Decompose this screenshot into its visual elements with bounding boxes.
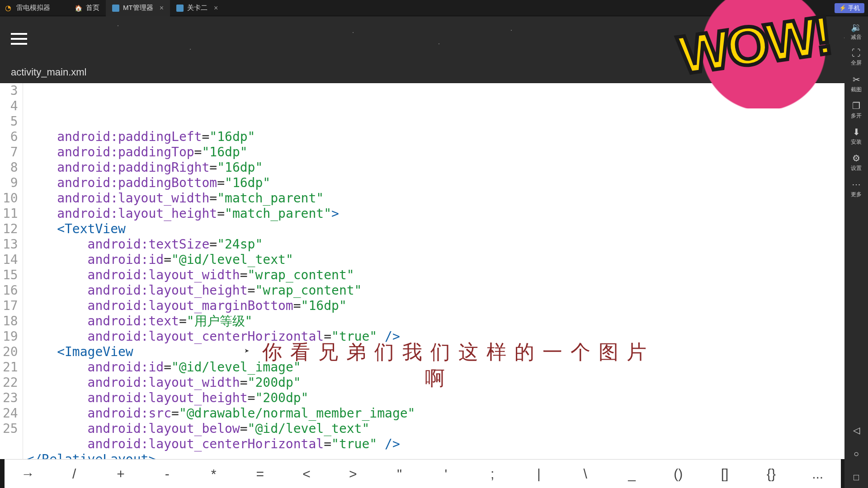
- tab-bar: ◔ 雷电模拟器 🏠首页MT管理器×关卡二× ⚡ 手机: [0, 0, 868, 16]
- code-line-15[interactable]: android:text="用户等级": [27, 314, 868, 329]
- code-line-23[interactable]: android:layout_centerHorizontal="true" /…: [27, 436, 868, 452]
- tab-close-icon[interactable]: ×: [214, 4, 218, 12]
- symbol-key-13[interactable]: _: [609, 460, 655, 488]
- rail-item-2[interactable]: ✂截图: [844, 71, 868, 96]
- rail-icon: ⬇: [853, 127, 860, 137]
- code-line-17[interactable]: <ImageView: [27, 344, 868, 360]
- mouse-cursor: ➤: [245, 343, 250, 359]
- home-icon: 🏠: [75, 5, 82, 12]
- code-line-12[interactable]: android:layout_width="wrap_content": [27, 267, 868, 283]
- code-line-19[interactable]: android:layout_width="200dp": [27, 375, 868, 390]
- line-number: 10: [3, 191, 18, 206]
- side-rail: 🔉减音⛶全屏✂截图❐多开⬇安装⚙设置⋯更多◁○□: [844, 16, 868, 488]
- line-number: 16: [3, 283, 18, 298]
- tab-app-icon: [112, 5, 119, 12]
- line-number: 11: [3, 206, 18, 221]
- symbol-key-1[interactable]: /: [51, 460, 98, 488]
- line-number: 21: [3, 360, 18, 375]
- emulator-logo: ◔: [3, 3, 14, 14]
- code-area[interactable]: ➤ android:paddingLeft="16dp" android:pad…: [23, 83, 868, 459]
- symbol-key-4[interactable]: *: [190, 460, 237, 488]
- line-number: 13: [3, 237, 18, 252]
- symbol-key-16[interactable]: {}: [748, 460, 795, 488]
- symbol-key-10[interactable]: ;: [469, 460, 516, 488]
- phone-badge[interactable]: ⚡ 手机: [835, 3, 864, 13]
- android-nav-recent[interactable]: □: [844, 466, 868, 488]
- tab-1[interactable]: MT管理器×: [106, 0, 170, 16]
- symbol-key-17[interactable]: ...: [794, 460, 841, 488]
- rail-icon: ❐: [852, 100, 860, 111]
- symbol-key-3[interactable]: -: [144, 460, 190, 488]
- android-nav-home[interactable]: ○: [844, 443, 868, 465]
- menu-icon[interactable]: [11, 33, 27, 45]
- line-gutter: 345678910111213141516171819202122232425: [0, 83, 23, 459]
- line-number: 20: [3, 344, 18, 360]
- rail-icon: ⛶: [852, 48, 861, 58]
- code-line-11[interactable]: android:id="@id/level_text": [27, 252, 868, 267]
- symbol-key-8[interactable]: ": [376, 460, 423, 488]
- code-line-10[interactable]: android:textSize="24sp": [27, 237, 868, 252]
- code-line-3[interactable]: android:paddingLeft="16dp": [27, 129, 868, 145]
- code-line-22[interactable]: android:layout_below="@id/level_text": [27, 421, 868, 436]
- line-number: 12: [3, 221, 18, 237]
- symbol-key-6[interactable]: <: [283, 460, 330, 488]
- code-line-5[interactable]: android:paddingRight="16dp": [27, 160, 868, 175]
- filename: activity_main.xml: [11, 66, 86, 78]
- symbol-key-7[interactable]: >: [330, 460, 376, 488]
- symbol-key-12[interactable]: \: [562, 460, 609, 488]
- code-line-20[interactable]: android:layout_height="200dp": [27, 390, 868, 406]
- line-number: 24: [3, 406, 18, 421]
- code-line-14[interactable]: android:layout_marginBottom="16dp": [27, 298, 868, 314]
- symbol-key-14[interactable]: (): [655, 460, 702, 488]
- code-line-4[interactable]: android:paddingTop="16dp": [27, 145, 868, 160]
- rail-item-1[interactable]: ⛶全屏: [844, 45, 868, 70]
- code-line-18[interactable]: android:id="@id/level_image": [27, 360, 868, 375]
- code-line-13[interactable]: android:layout_height="wrap_content": [27, 283, 868, 298]
- line-number: 5: [3, 114, 18, 129]
- code-line-16[interactable]: android:layout_centerHorizontal="true" /…: [27, 329, 868, 344]
- rail-icon: ✂: [853, 74, 860, 85]
- line-number: 3: [3, 83, 18, 99]
- filename-bar[interactable]: activity_main.xml: [0, 61, 868, 83]
- symbol-key-5[interactable]: =: [237, 460, 283, 488]
- line-number: 14: [3, 252, 18, 267]
- symbol-bar: →/+-*=<>"';|\_()[]{}...: [5, 459, 841, 488]
- code-editor[interactable]: 345678910111213141516171819202122232425 …: [0, 83, 868, 459]
- line-number: 6: [3, 129, 18, 145]
- rail-item-3[interactable]: ❐多开: [844, 98, 868, 122]
- rail-item-4[interactable]: ⬇安装: [844, 124, 868, 148]
- app-name: 雷电模拟器: [16, 4, 50, 12]
- symbol-key-2[interactable]: +: [98, 460, 144, 488]
- rail-icon: ⚙: [852, 153, 860, 164]
- tab-close-icon[interactable]: ×: [160, 4, 164, 12]
- editor-toolbar: 📌 ↶: [0, 16, 868, 61]
- line-number: 17: [3, 298, 18, 314]
- rail-icon: 🔉: [851, 22, 862, 33]
- symbol-key-0[interactable]: →: [5, 460, 51, 488]
- tab-2[interactable]: 关卡二×: [170, 0, 224, 16]
- line-number: 19: [3, 329, 18, 344]
- code-line-21[interactable]: android:src="@drawable/normal_member_ima…: [27, 406, 868, 421]
- rail-item-5[interactable]: ⚙设置: [844, 150, 868, 174]
- line-number: 7: [3, 145, 18, 160]
- line-number: 15: [3, 267, 18, 283]
- code-line-9[interactable]: <TextView: [27, 221, 868, 237]
- android-nav-back[interactable]: ◁: [844, 419, 868, 441]
- code-line-6[interactable]: android:paddingBottom="16dp": [27, 175, 868, 191]
- line-number: 8: [3, 160, 18, 175]
- rail-item-0[interactable]: 🔉减音: [844, 19, 868, 43]
- symbol-key-15[interactable]: []: [702, 460, 748, 488]
- code-line-7[interactable]: android:layout_width="match_parent": [27, 191, 868, 206]
- symbol-key-9[interactable]: ': [423, 460, 469, 488]
- bolt-icon: ⚡: [839, 5, 846, 11]
- line-number: 25: [3, 421, 18, 436]
- rail-item-6[interactable]: ⋯更多: [844, 176, 868, 201]
- line-number: 9: [3, 175, 18, 191]
- line-number: 23: [3, 390, 18, 406]
- code-line-8[interactable]: android:layout_height="match_parent">: [27, 206, 868, 221]
- tab-0[interactable]: 🏠首页: [68, 0, 106, 16]
- line-number: 4: [3, 99, 18, 114]
- pin-icon[interactable]: 📌: [798, 25, 826, 53]
- tab-app-icon: [176, 5, 184, 12]
- symbol-key-11[interactable]: |: [516, 460, 562, 488]
